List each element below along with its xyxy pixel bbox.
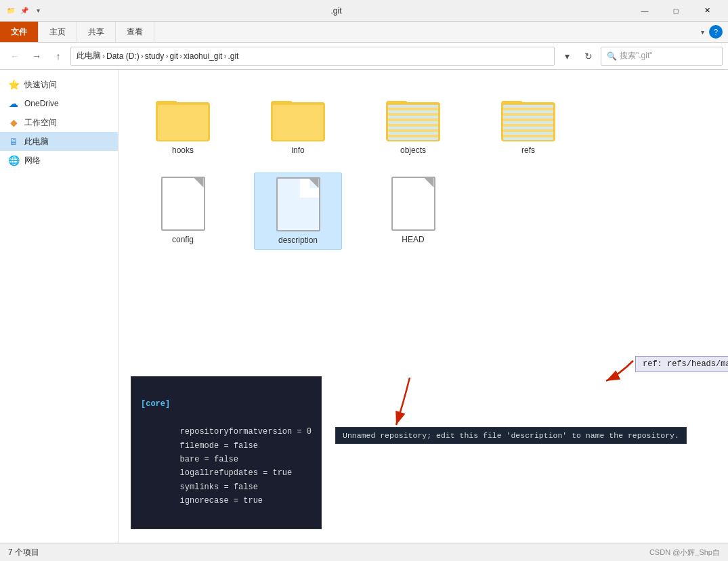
- head-annotation-box: ref: refs/heads/master: [635, 356, 728, 372]
- file-config-label: config: [172, 235, 194, 244]
- sidebar-item-quickaccess[interactable]: ⭐ 快速访问: [0, 75, 118, 94]
- title-bar-icons: 📁 📌 ▾: [5, 5, 43, 16]
- file-item-info[interactable]: info: [254, 90, 342, 159]
- forward-button[interactable]: →: [27, 47, 46, 66]
- tab-file[interactable]: 文件: [0, 22, 39, 42]
- sidebar-item-label: 工作空间: [24, 117, 57, 129]
- tab-share[interactable]: 共享: [77, 22, 116, 42]
- back-button[interactable]: ←: [5, 47, 24, 66]
- window-controls: — □ ✕: [629, 0, 723, 22]
- file-item-refs[interactable]: refs: [484, 90, 572, 159]
- description-annotation-box: Unnamed repository; edit this file 'desc…: [335, 427, 687, 444]
- config-annotation-box: [core] repositoryformatversion = 0 filem…: [131, 376, 322, 529]
- refresh-button[interactable]: ↻: [579, 47, 598, 66]
- pin-icon: 📌: [19, 5, 30, 16]
- path-segment-study: study: [145, 51, 165, 61]
- file-objects-label: objects: [400, 145, 426, 155]
- title-dropdown-icon: ▾: [33, 5, 43, 16]
- path-segment-git: git: [169, 51, 178, 61]
- ribbon-tabs: 文件 主页 共享 查看 ▾ ?: [0, 22, 728, 42]
- ribbon: 文件 主页 共享 查看 ▾ ?: [0, 22, 728, 43]
- search-placeholder: 搜索".git": [620, 50, 653, 62]
- sidebar-item-label: 此电脑: [24, 136, 49, 148]
- watermark: CSDN @小辉_Shp自: [649, 547, 720, 558]
- file-hooks-label: hooks: [172, 145, 194, 155]
- minimize-button[interactable]: —: [629, 0, 660, 22]
- sidebar-item-label: 快速访问: [24, 79, 57, 91]
- file-config-icon: [161, 177, 205, 231]
- thispc-icon: 🖥: [8, 136, 19, 147]
- sidebar: ⭐ 快速访问 ☁ OneDrive ◆ 工作空间 🖥 此电脑 🌐 网络: [0, 70, 119, 543]
- file-item-objects[interactable]: objects: [369, 90, 457, 159]
- main-layout: ⭐ 快速访问 ☁ OneDrive ◆ 工作空间 🖥 此电脑 🌐 网络: [0, 70, 728, 543]
- tab-view[interactable]: 查看: [116, 22, 154, 42]
- status-bar: 7 个项目 CSDN @小辉_Shp自: [0, 543, 728, 561]
- file-head-label: HEAD: [402, 235, 424, 244]
- file-head-icon: [391, 177, 435, 231]
- path-segment-xiaohui: xiaohui_git: [184, 51, 222, 61]
- file-item-config[interactable]: config: [139, 173, 227, 250]
- config-keyword: [core]: [141, 399, 170, 409]
- sidebar-item-onedrive[interactable]: ☁ OneDrive: [0, 94, 118, 113]
- folder-icon-small: 📁: [5, 5, 16, 16]
- quickaccess-icon: ⭐: [8, 79, 19, 90]
- file-description-label: description: [278, 235, 318, 245]
- title-bar: 📁 📌 ▾ .git — □ ✕: [0, 0, 728, 22]
- network-icon: 🌐: [8, 155, 19, 166]
- path-segment-dotgit: .git: [228, 51, 238, 61]
- up-button[interactable]: ↑: [49, 47, 68, 66]
- file-info-label: info: [291, 145, 304, 155]
- file-item-hooks[interactable]: hooks: [139, 90, 227, 159]
- sidebar-item-network[interactable]: 🌐 网络: [0, 151, 118, 170]
- tab-home[interactable]: 主页: [39, 22, 77, 42]
- maximize-button[interactable]: □: [660, 0, 691, 22]
- dropdown-button[interactable]: ▾: [557, 47, 576, 66]
- close-button[interactable]: ✕: [691, 0, 723, 22]
- sidebar-item-workspace[interactable]: ◆ 工作空间: [0, 113, 118, 132]
- sidebar-item-label: 网络: [24, 155, 41, 166]
- sidebar-item-label: OneDrive: [24, 99, 59, 108]
- folder-info-icon: [271, 94, 325, 141]
- search-box[interactable]: 🔍 搜索".git": [601, 47, 723, 66]
- address-path[interactable]: 此电脑 › Data (D:) › study › git › xiaohui_…: [70, 47, 555, 66]
- file-grid: hooks info objects: [132, 83, 714, 256]
- workspace-icon: ◆: [8, 117, 19, 128]
- window-title: .git: [43, 6, 629, 16]
- content-area: hooks info objects: [119, 70, 728, 543]
- path-segment-pc: 此电脑: [77, 50, 101, 62]
- file-item-description[interactable]: description: [254, 173, 342, 250]
- config-lines: repositoryformatversion = 0 filemode = f…: [141, 427, 312, 506]
- head-annotation-text: ref: refs/heads/master: [643, 359, 728, 369]
- description-annotation-text: Unnamed repository; edit this file 'desc…: [343, 431, 679, 440]
- folder-refs-icon: [501, 94, 555, 141]
- folder-objects-icon: [386, 94, 440, 141]
- item-count: 7 个项目: [8, 547, 39, 558]
- help-button[interactable]: ?: [709, 25, 723, 39]
- file-description-icon: [276, 177, 320, 231]
- folder-hooks-icon: [156, 94, 210, 141]
- ribbon-collapse-button[interactable]: ▾: [695, 25, 709, 39]
- file-item-head[interactable]: HEAD: [369, 173, 457, 250]
- address-bar: ← → ↑ 此电脑 › Data (D:) › study › git › xi…: [0, 43, 728, 70]
- onedrive-icon: ☁: [8, 98, 19, 109]
- path-segment-data: Data (D:): [106, 51, 140, 61]
- file-refs-label: refs: [521, 145, 535, 155]
- sidebar-item-thispc[interactable]: 🖥 此电脑: [0, 132, 118, 151]
